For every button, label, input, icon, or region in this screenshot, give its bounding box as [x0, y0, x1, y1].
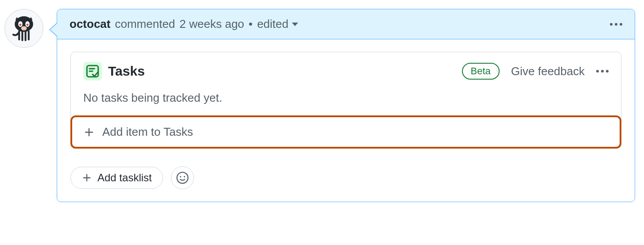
- comment-timestamp[interactable]: 2 weeks ago: [179, 17, 244, 31]
- comment-container: octocat commented 2 weeks ago • edited: [4, 9, 635, 202]
- comment-box: octocat commented 2 weeks ago • edited: [57, 9, 635, 202]
- comment-body: Tasks Beta Give feedback No tasks being …: [57, 39, 635, 202]
- comment-username[interactable]: octocat: [70, 17, 110, 31]
- tasks-header-left: Tasks: [83, 62, 145, 80]
- tasklist-icon: [83, 62, 102, 80]
- tasks-empty-text: No tasks being tracked yet.: [71, 86, 621, 115]
- add-tasklist-label: Add tasklist: [97, 172, 152, 184]
- caret-down-icon: [292, 23, 298, 26]
- tasks-title: Tasks: [108, 64, 145, 79]
- beta-badge: Beta: [462, 63, 500, 80]
- tasks-panel-header: Tasks Beta Give feedback: [71, 52, 621, 86]
- edited-label: edited: [257, 17, 288, 31]
- svg-rect-7: [18, 31, 20, 40]
- svg-point-4: [19, 24, 22, 26]
- add-item-label: Add item to Tasks: [102, 125, 193, 139]
- svg-point-5: [27, 24, 29, 26]
- add-tasklist-button[interactable]: Add tasklist: [70, 167, 163, 189]
- tasks-actions-menu[interactable]: [596, 70, 609, 73]
- svg-point-18: [177, 172, 188, 184]
- comment-header-meta: octocat commented 2 weeks ago • edited: [70, 17, 298, 31]
- smiley-icon: [176, 171, 189, 184]
- user-avatar[interactable]: [4, 9, 43, 48]
- edited-dropdown[interactable]: edited: [257, 17, 298, 31]
- svg-point-6: [21, 26, 27, 31]
- svg-rect-9: [25, 31, 27, 41]
- add-reaction-button[interactable]: [171, 166, 194, 189]
- add-item-to-tasks-button[interactable]: Add item to Tasks: [70, 115, 621, 149]
- octocat-icon: [6, 11, 42, 46]
- svg-point-20: [183, 176, 185, 177]
- svg-point-19: [180, 176, 181, 177]
- tasks-panel: Tasks Beta Give feedback No tasks being …: [70, 52, 621, 149]
- separator-dot: •: [248, 17, 252, 31]
- svg-rect-8: [21, 31, 23, 41]
- comment-header: octocat commented 2 weeks ago • edited: [57, 9, 635, 39]
- comment-footer: Add tasklist: [70, 166, 621, 189]
- give-feedback-link[interactable]: Give feedback: [511, 65, 585, 78]
- plus-icon: [84, 127, 94, 138]
- comment-action-text: commented: [115, 17, 175, 31]
- svg-rect-10: [28, 31, 30, 40]
- comment-actions-menu[interactable]: [610, 23, 622, 26]
- tasks-header-right: Beta Give feedback: [462, 63, 609, 80]
- plus-icon: [81, 172, 92, 183]
